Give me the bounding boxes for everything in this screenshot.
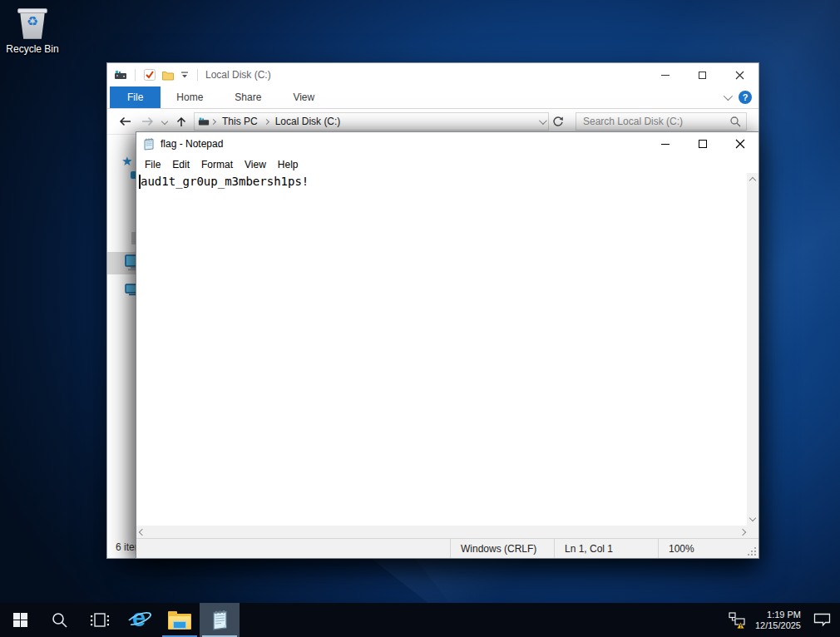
recycle-bin-icon: ♻ (16, 5, 49, 42)
search-input[interactable] (576, 113, 746, 130)
vertical-scrollbar[interactable] (747, 173, 758, 526)
file-explorer-icon (168, 611, 191, 630)
address-dropdown-icon[interactable] (539, 116, 547, 125)
task-view-button[interactable] (80, 603, 120, 637)
start-button[interactable] (0, 603, 40, 637)
search-icon[interactable] (729, 116, 741, 127)
menu-help[interactable]: Help (272, 159, 304, 170)
close-icon (735, 139, 745, 149)
properties-check-icon[interactable] (143, 68, 156, 81)
resize-grip-icon[interactable] (748, 547, 757, 556)
notepad-icon (142, 137, 156, 151)
refresh-icon (552, 116, 564, 127)
recycle-bin-desktop-icon[interactable]: ♻ Recycle Bin (5, 5, 60, 55)
refresh-button[interactable] (552, 116, 564, 127)
document-text[interactable]: aud1t_gr0up_m3mbersh1ps! (141, 175, 309, 188)
status-cursor-position: Ln 1, Col 1 (554, 539, 658, 558)
quick-access-toolbar (114, 68, 200, 81)
customize-toolbar-dropdown-icon[interactable] (180, 70, 190, 80)
toolbar-separator (135, 69, 136, 81)
desktop-wallpaper: ♻ Recycle Bin (0, 0, 840, 637)
notepad-close-button[interactable] (721, 132, 758, 156)
tab-file[interactable]: File (110, 86, 161, 108)
menu-file[interactable]: File (139, 159, 166, 170)
clock-time: 1:19 PM (755, 610, 801, 620)
breadcrumb-local-disk[interactable]: Local Disk (C:) (270, 116, 346, 127)
scroll-right-icon[interactable] (739, 528, 746, 535)
explorer-close-button[interactable] (721, 63, 758, 86)
back-arrow-icon (117, 116, 132, 127)
expand-ribbon-icon[interactable] (724, 91, 733, 101)
clock-date: 12/15/2025 (755, 620, 801, 631)
maximize-icon (699, 140, 707, 148)
explorer-maximize-button[interactable] (684, 63, 721, 86)
task-view-icon (90, 611, 110, 630)
search-icon (51, 611, 69, 630)
notepad-statusbar: Windows (CRLF) Ln 1, Col 1 100% (136, 538, 758, 558)
recycle-symbol-icon: ♻ (16, 13, 49, 29)
notepad-window-title: flag - Notepad (161, 138, 646, 150)
taskbar-search-button[interactable] (40, 603, 80, 637)
scroll-left-icon[interactable] (139, 528, 146, 535)
action-center-icon[interactable] (813, 612, 832, 628)
taskbar-file-explorer-button[interactable] (160, 603, 200, 637)
drive-icon (198, 116, 210, 127)
notepad-icon (210, 609, 230, 631)
internet-explorer-icon: e (126, 608, 153, 633)
breadcrumb-chevron-icon[interactable] (210, 118, 216, 124)
scrollbar-corner (747, 526, 758, 538)
breadcrumb-chevron-icon[interactable] (264, 118, 269, 124)
chevron-down-icon (161, 118, 168, 125)
toolbar-separator (197, 69, 198, 81)
menu-view[interactable]: View (239, 159, 272, 170)
explorer-search-box[interactable] (576, 112, 747, 131)
scroll-down-icon[interactable] (749, 515, 756, 521)
up-button[interactable] (175, 116, 187, 128)
notepad-titlebar[interactable]: flag - Notepad (136, 132, 758, 156)
breadcrumb-this-pc[interactable]: This PC (217, 116, 263, 127)
new-folder-icon[interactable] (161, 68, 175, 81)
up-arrow-icon (175, 116, 187, 128)
maximize-icon (699, 72, 706, 79)
horizontal-scrollbar[interactable] (136, 526, 758, 538)
status-line-ending: Windows (CRLF) (450, 539, 554, 558)
quick-access-star-icon[interactable]: ★ (121, 154, 132, 169)
notepad-window: flag - Notepad File Edit Format View Hel… (136, 131, 759, 559)
drive-icon (114, 68, 127, 81)
menu-format[interactable]: Format (195, 159, 239, 170)
back-button[interactable] (117, 116, 132, 127)
taskbar: e (0, 603, 840, 637)
network-status-icon[interactable] (728, 611, 749, 630)
taskbar-internet-explorer-button[interactable]: e (120, 603, 160, 637)
close-icon (735, 71, 744, 80)
tab-view[interactable]: View (277, 86, 330, 108)
notepad-minimize-button[interactable] (646, 132, 684, 156)
explorer-window-title: Local Disk (C:) (205, 69, 646, 81)
explorer-titlebar[interactable]: Local Disk (C:) (107, 63, 758, 86)
recycle-bin-label: Recycle Bin (5, 43, 60, 55)
notepad-text-area[interactable]: aud1t_gr0up_m3mbersh1ps! (136, 173, 747, 526)
status-zoom-level: 100% (658, 539, 748, 558)
scroll-up-icon[interactable] (749, 177, 756, 184)
taskbar-clock[interactable]: 1:19 PM 12/15/2025 (755, 610, 801, 631)
explorer-minimize-button[interactable] (646, 63, 684, 86)
minimize-icon (661, 75, 670, 76)
windows-logo-icon (13, 613, 27, 627)
explorer-ribbon-tabs: File Home Share View ? (107, 86, 758, 109)
notepad-menubar: File Edit Format View Help (136, 156, 758, 173)
system-tray: 1:19 PM 12/15/2025 (728, 603, 840, 637)
recent-locations-button[interactable] (162, 119, 167, 124)
forward-arrow-icon (141, 116, 156, 127)
notepad-maximize-button[interactable] (684, 132, 721, 156)
menu-edit[interactable]: Edit (166, 159, 195, 170)
taskbar-notepad-button[interactable] (200, 603, 240, 637)
address-bar[interactable]: This PC Local Disk (C:) (194, 112, 549, 131)
help-icon[interactable]: ? (739, 91, 752, 104)
minimize-icon (661, 144, 670, 145)
forward-button[interactable] (141, 116, 156, 127)
tab-share[interactable]: Share (219, 86, 277, 108)
tab-home[interactable]: Home (161, 86, 219, 108)
